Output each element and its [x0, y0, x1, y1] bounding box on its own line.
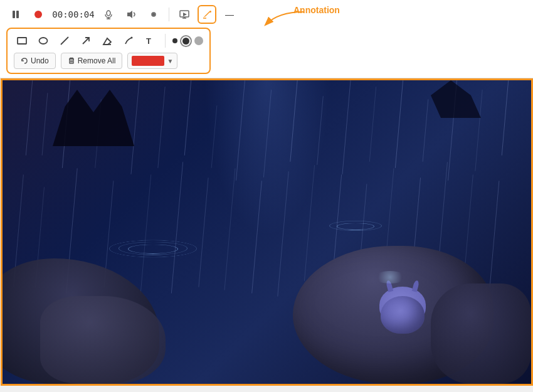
undo-label: Undo — [31, 56, 49, 65]
brush-size-row — [172, 36, 203, 45]
pause-button[interactable] — [6, 5, 25, 24]
svg-rect-1 — [16, 11, 19, 18]
annotation-label-text: Annotation — [293, 5, 340, 15]
annotation-toggle-button[interactable] — [198, 5, 216, 24]
svg-point-17 — [40, 38, 48, 44]
light-glow — [204, 80, 330, 237]
svg-point-21 — [131, 37, 133, 39]
color-swatch — [132, 56, 164, 66]
video-container — [1, 78, 533, 386]
pokemon-character — [374, 287, 431, 334]
toolbar-separator-1 — [169, 8, 169, 21]
line-tool-button[interactable] — [56, 33, 73, 49]
undo-button[interactable]: Undo — [14, 53, 56, 69]
remove-all-label: Remove All — [78, 56, 116, 65]
arrow-tool-button[interactable] — [78, 33, 94, 49]
rock-left-2 — [40, 296, 166, 384]
main-toolbar: 00:00:04 — [6, 5, 527, 24]
color-dropdown-arrow: ▼ — [167, 58, 173, 65]
camera-button[interactable] — [144, 5, 163, 24]
undo-icon — [21, 57, 28, 65]
svg-text:T: T — [146, 36, 151, 46]
eraser-tool-button[interactable] — [99, 33, 115, 49]
toolbar-container: 00:00:04 — [0, 0, 533, 78]
brush-large-button[interactable] — [194, 36, 203, 45]
pokemon-body — [381, 296, 425, 334]
water-ring-5 — [329, 221, 382, 231]
svg-point-13 — [209, 11, 211, 13]
svg-rect-0 — [13, 11, 15, 18]
video-frame — [3, 80, 531, 384]
timestamp-display: 00:00:04 — [51, 9, 95, 19]
svg-point-2 — [34, 11, 42, 18]
svg-marker-6 — [127, 11, 132, 18]
remove-all-button[interactable]: Remove All — [61, 53, 123, 69]
pen-tool-button[interactable] — [120, 33, 137, 49]
minus-icon: — — [225, 9, 234, 19]
brush-small-button[interactable] — [172, 38, 177, 43]
svg-point-8 — [153, 14, 155, 16]
trash-icon — [68, 57, 75, 65]
screen-button[interactable] — [175, 5, 194, 24]
color-picker-button[interactable]: ▼ — [127, 53, 177, 69]
rock-right — [431, 283, 531, 384]
ellipse-tool-button[interactable] — [35, 33, 51, 49]
annotation-tools-row: T — [14, 33, 203, 49]
brush-medium-button[interactable] — [182, 38, 189, 45]
rectangle-tool-button[interactable] — [14, 33, 30, 49]
microphone-button[interactable] — [99, 5, 118, 24]
record-button[interactable] — [29, 5, 48, 24]
svg-rect-16 — [18, 38, 26, 44]
svg-rect-23 — [70, 59, 73, 63]
text-tool-button[interactable]: T — [142, 33, 158, 49]
svg-point-3 — [107, 11, 110, 16]
annotation-panel: T Undo — [6, 28, 211, 74]
volume-button[interactable] — [122, 5, 140, 24]
rock-glow-highlight — [374, 271, 406, 283]
svg-marker-12 — [183, 13, 187, 16]
svg-line-19 — [83, 38, 89, 44]
annotation-actions-row: Undo Remove All ▼ — [14, 53, 203, 69]
panel-separator — [165, 34, 166, 48]
water-ring-3 — [109, 240, 197, 258]
minimize-button[interactable]: — — [220, 5, 239, 24]
svg-line-18 — [61, 37, 68, 45]
